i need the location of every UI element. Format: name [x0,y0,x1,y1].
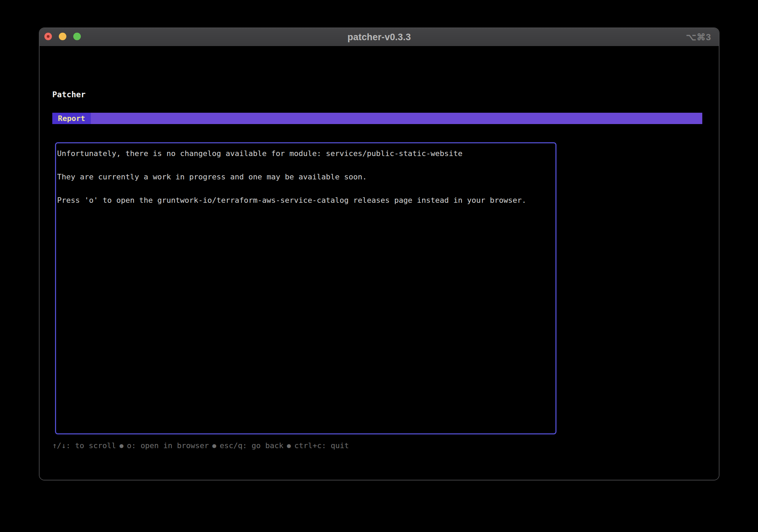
window-shortcut-badge: ⌥⌘3 [686,28,711,46]
report-line: Unfortunately, there is no changelog ava… [57,148,553,159]
help-open-browser: o: open in browser [127,441,209,450]
keybinding-help-bar: ↑/↓: to scroll ● o: open in browser ● es… [52,441,349,450]
help-scroll: ↑/↓: to scroll [52,441,116,450]
report-line [57,159,553,171]
report-line: Press 'o' to open the gruntwork-io/terra… [57,195,553,206]
separator-dot: ● [116,442,127,449]
zoom-button[interactable] [73,33,81,40]
traffic-lights [44,33,81,40]
close-button[interactable] [44,33,52,40]
tab-report[interactable]: Report [52,113,91,124]
terminal-content: Patcher Report Unfortunately, there is n… [40,46,719,480]
window-title: patcher-v0.3.3 [40,32,719,43]
help-quit: ctrl+c: quit [294,441,349,450]
report-line [57,183,553,195]
separator-dot: ● [283,442,294,449]
report-line: They are currently a work in progress an… [57,171,553,183]
separator-dot: ● [209,442,219,449]
terminal-window: patcher-v0.3.3 ⌥⌘3 Patcher Report Unfort… [39,27,719,480]
tab-bar: Report [52,113,702,124]
page-title: Patcher [52,90,86,99]
minimize-button[interactable] [59,33,66,40]
help-go-back: esc/q: go back [220,441,283,450]
window-titlebar[interactable]: patcher-v0.3.3 ⌥⌘3 [40,28,719,46]
changelog-report-viewport[interactable]: Unfortunately, there is no changelog ava… [55,142,556,434]
